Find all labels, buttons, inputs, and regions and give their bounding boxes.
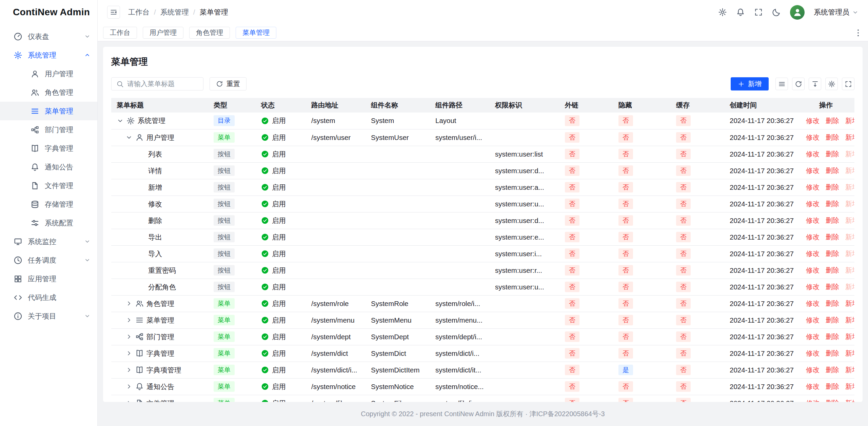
edit-link[interactable]: 修改 bbox=[806, 333, 820, 340]
tab-more-icon[interactable] bbox=[854, 28, 863, 37]
add-link[interactable]: 新增 bbox=[845, 333, 854, 340]
sidebar-item-schedule[interactable]: 任务调度 bbox=[0, 251, 97, 269]
add-link[interactable]: 新增 bbox=[845, 300, 854, 307]
delete-link[interactable]: 删除 bbox=[826, 283, 839, 290]
add-link[interactable]: 新增 bbox=[845, 233, 854, 241]
list-view-button[interactable] bbox=[775, 78, 788, 90]
add-link[interactable]: 新增 bbox=[845, 117, 854, 124]
sidebar-item-config[interactable]: 系统配置 bbox=[0, 214, 97, 232]
expand-toggle[interactable] bbox=[125, 366, 133, 373]
add-link[interactable]: 新增 bbox=[845, 366, 854, 373]
sidebar-item-role[interactable]: 角色管理 bbox=[0, 83, 97, 102]
sidebar-item-about[interactable]: 关于项目 bbox=[0, 307, 97, 325]
edit-link[interactable]: 修改 bbox=[806, 300, 820, 307]
settings-icon[interactable] bbox=[718, 8, 727, 17]
sidebar-item-monitor[interactable]: 系统监控 bbox=[0, 232, 97, 251]
expand-toggle[interactable] bbox=[117, 117, 124, 124]
tab-role[interactable]: 角色管理 bbox=[189, 27, 230, 39]
add-link[interactable]: 新增 bbox=[845, 250, 854, 257]
add-button[interactable]: 新增 bbox=[731, 77, 769, 90]
breadcrumb-item[interactable]: 菜单管理 bbox=[200, 7, 228, 17]
refresh-table-button[interactable] bbox=[792, 78, 805, 90]
sidebar-item-system[interactable]: 系统管理 bbox=[0, 46, 97, 64]
row-height-button[interactable] bbox=[809, 78, 821, 90]
tab-workplace[interactable]: 工作台 bbox=[103, 27, 137, 39]
fullscreen-icon[interactable] bbox=[754, 8, 763, 17]
edit-link[interactable]: 修改 bbox=[806, 183, 820, 191]
add-link[interactable]: 新增 bbox=[845, 217, 854, 224]
expand-toggle[interactable] bbox=[125, 134, 133, 141]
add-link[interactable]: 新增 bbox=[845, 266, 854, 274]
add-link[interactable]: 新增 bbox=[845, 316, 854, 324]
delete-link[interactable]: 删除 bbox=[826, 183, 839, 191]
delete-link[interactable]: 删除 bbox=[826, 333, 839, 340]
edit-link[interactable]: 修改 bbox=[806, 150, 820, 158]
delete-link[interactable]: 删除 bbox=[826, 266, 839, 274]
expand-toggle[interactable] bbox=[125, 317, 133, 324]
edit-link[interactable]: 修改 bbox=[806, 134, 820, 141]
delete-link[interactable]: 删除 bbox=[826, 399, 839, 402]
expand-toggle[interactable] bbox=[125, 350, 133, 357]
logo[interactable]: ContiNew Admin bbox=[0, 0, 97, 24]
sidebar-item-file[interactable]: 文件管理 bbox=[0, 176, 97, 195]
delete-link[interactable]: 删除 bbox=[826, 167, 839, 174]
delete-link[interactable]: 删除 bbox=[826, 217, 839, 224]
delete-link[interactable]: 删除 bbox=[826, 366, 839, 373]
sidebar-item-dashboard[interactable]: 仪表盘 bbox=[0, 27, 97, 46]
expand-toggle[interactable] bbox=[125, 383, 133, 390]
edit-link[interactable]: 修改 bbox=[806, 349, 820, 357]
delete-link[interactable]: 删除 bbox=[826, 233, 839, 241]
edit-link[interactable]: 修改 bbox=[806, 266, 820, 274]
tab-user[interactable]: 用户管理 bbox=[143, 27, 183, 39]
sidebar-item-storage[interactable]: 存储管理 bbox=[0, 195, 97, 214]
delete-link[interactable]: 删除 bbox=[826, 300, 839, 307]
delete-link[interactable]: 删除 bbox=[826, 383, 839, 390]
sidebar-item-app[interactable]: 应用管理 bbox=[0, 269, 97, 288]
user-menu[interactable]: 系统管理员 bbox=[814, 7, 859, 17]
delete-link[interactable]: 删除 bbox=[826, 316, 839, 324]
edit-link[interactable]: 修改 bbox=[806, 250, 820, 257]
add-link[interactable]: 新增 bbox=[845, 200, 854, 207]
notification-bell-icon[interactable] bbox=[736, 8, 745, 17]
delete-link[interactable]: 删除 bbox=[826, 200, 839, 207]
expand-toggle[interactable] bbox=[125, 400, 133, 402]
sidebar-collapse-button[interactable] bbox=[107, 6, 120, 19]
expand-toggle[interactable] bbox=[125, 333, 133, 340]
delete-link[interactable]: 删除 bbox=[826, 134, 839, 141]
edit-link[interactable]: 修改 bbox=[806, 399, 820, 402]
add-link[interactable]: 新增 bbox=[845, 150, 854, 158]
avatar[interactable] bbox=[790, 5, 805, 20]
breadcrumb-item[interactable]: 工作台 bbox=[128, 7, 150, 17]
sidebar-item-dict[interactable]: 字典管理 bbox=[0, 139, 97, 158]
edit-link[interactable]: 修改 bbox=[806, 283, 820, 290]
sidebar-item-dept[interactable]: 部门管理 bbox=[0, 120, 97, 139]
table-fullscreen-button[interactable] bbox=[842, 78, 854, 90]
reset-button[interactable]: 重置 bbox=[210, 77, 246, 90]
edit-link[interactable]: 修改 bbox=[806, 316, 820, 324]
add-link[interactable]: 新增 bbox=[845, 349, 854, 357]
edit-link[interactable]: 修改 bbox=[806, 383, 820, 390]
sidebar-item-notice[interactable]: 通知公告 bbox=[0, 158, 97, 176]
edit-link[interactable]: 修改 bbox=[806, 200, 820, 207]
delete-link[interactable]: 删除 bbox=[826, 150, 839, 158]
column-settings-button[interactable] bbox=[825, 78, 838, 90]
tab-menu[interactable]: 菜单管理 bbox=[236, 27, 276, 39]
delete-link[interactable]: 删除 bbox=[826, 117, 839, 124]
edit-link[interactable]: 修改 bbox=[806, 217, 820, 224]
breadcrumb-item[interactable]: 系统管理 bbox=[160, 7, 189, 17]
edit-link[interactable]: 修改 bbox=[806, 366, 820, 373]
delete-link[interactable]: 删除 bbox=[826, 349, 839, 357]
expand-toggle[interactable] bbox=[125, 300, 133, 307]
add-link[interactable]: 新增 bbox=[845, 167, 854, 174]
sidebar-item-menu[interactable]: 菜单管理 bbox=[0, 102, 97, 120]
add-link[interactable]: 新增 bbox=[845, 183, 854, 191]
sidebar-item-user[interactable]: 用户管理 bbox=[0, 64, 97, 83]
search-input[interactable] bbox=[127, 80, 198, 88]
add-link[interactable]: 新增 bbox=[845, 399, 854, 402]
dark-mode-moon-icon[interactable] bbox=[772, 8, 781, 17]
edit-link[interactable]: 修改 bbox=[806, 233, 820, 241]
add-link[interactable]: 新增 bbox=[845, 383, 854, 390]
add-link[interactable]: 新增 bbox=[845, 134, 854, 141]
edit-link[interactable]: 修改 bbox=[806, 117, 820, 124]
add-link[interactable]: 新增 bbox=[845, 283, 854, 290]
